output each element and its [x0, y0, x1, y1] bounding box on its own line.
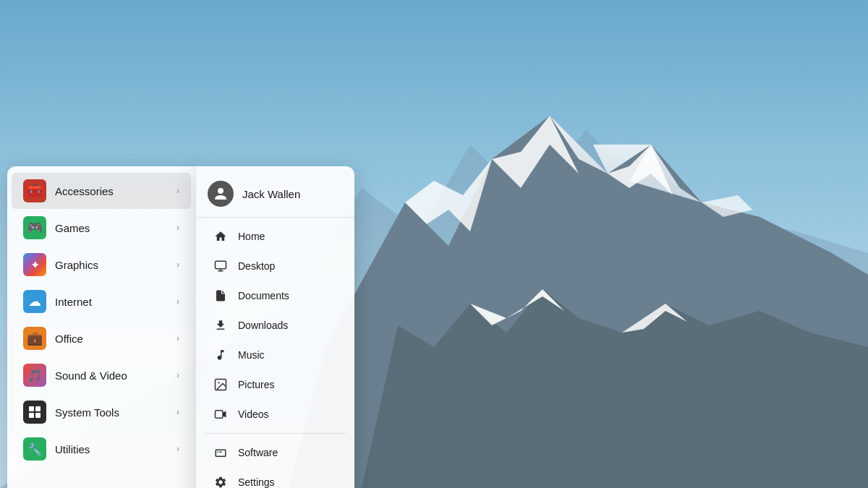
- places-panel: Jack Wallen Home Desktop: [195, 166, 354, 488]
- settings-icon: [212, 474, 229, 488]
- music-label: Music: [238, 349, 265, 361]
- category-internet[interactable]: ☁ Internet ›: [12, 283, 191, 320]
- place-pictures[interactable]: Pictures: [200, 370, 350, 399]
- desktop-label: Desktop: [238, 260, 275, 272]
- sound-video-arrow: ›: [176, 370, 179, 380]
- svg-rect-2: [35, 406, 41, 411]
- internet-arrow: ›: [176, 296, 179, 307]
- svg-point-5: [218, 188, 224, 194]
- place-music[interactable]: Music: [200, 341, 350, 369]
- graphics-icon: ✦: [23, 253, 46, 276]
- system-settings[interactable]: Settings: [200, 468, 350, 488]
- svg-rect-6: [216, 261, 226, 269]
- place-documents[interactable]: Documents: [200, 281, 350, 310]
- category-games[interactable]: 🎮 Games ›: [12, 210, 191, 246]
- category-utilities[interactable]: 🔧 Utilities ›: [12, 431, 191, 467]
- accessories-label: Accessories: [55, 185, 176, 197]
- games-arrow: ›: [176, 223, 179, 233]
- category-sound-video[interactable]: 🎵 Sound & Video ›: [12, 357, 191, 393]
- utilities-icon: 🔧: [23, 437, 46, 461]
- graphics-arrow: ›: [176, 260, 179, 270]
- software-icon: [212, 444, 229, 461]
- avatar: [208, 181, 234, 207]
- utilities-arrow: ›: [176, 444, 179, 454]
- sound-video-label: Sound & Video: [55, 369, 176, 382]
- internet-label: Internet: [55, 296, 176, 308]
- system-section: Software Settings Zorin Appearance: [196, 438, 354, 488]
- videos-icon: [212, 406, 229, 423]
- system-tools-arrow: ›: [176, 407, 179, 417]
- category-office[interactable]: 💼 Office ›: [12, 320, 191, 356]
- category-system-tools[interactable]: System Tools ›: [12, 394, 191, 430]
- accessories-arrow: ›: [176, 186, 179, 196]
- home-label: Home: [238, 231, 265, 242]
- utilities-label: Utilities: [55, 443, 176, 455]
- svg-rect-9: [216, 411, 224, 419]
- system-tools-label: System Tools: [55, 406, 176, 419]
- app-menu: 🧰 Accessories › 🎮 Games › ✦ Graphics › ☁…: [7, 166, 354, 488]
- place-downloads[interactable]: Downloads: [200, 311, 350, 340]
- place-videos[interactable]: Videos: [200, 400, 350, 429]
- accessories-icon: 🧰: [23, 179, 46, 202]
- place-desktop[interactable]: Desktop: [200, 252, 350, 281]
- office-icon: 💼: [23, 327, 46, 350]
- category-graphics[interactable]: ✦ Graphics ›: [12, 247, 191, 283]
- system-software[interactable]: Software: [200, 438, 350, 467]
- office-label: Office: [55, 333, 176, 345]
- user-name: Jack Wallen: [242, 188, 300, 200]
- pictures-icon: [212, 376, 229, 393]
- section-divider: [205, 433, 346, 434]
- category-accessories[interactable]: 🧰 Accessories ›: [12, 173, 191, 209]
- games-label: Games: [55, 222, 176, 234]
- videos-label: Videos: [238, 408, 269, 420]
- desktop-icon: [212, 257, 229, 275]
- software-label: Software: [238, 447, 278, 458]
- internet-icon: ☁: [23, 290, 46, 313]
- svg-rect-1: [29, 406, 34, 411]
- graphics-label: Graphics: [55, 259, 176, 271]
- svg-rect-3: [29, 413, 34, 418]
- office-arrow: ›: [176, 333, 179, 343]
- downloads-icon: [212, 317, 229, 334]
- categories-panel: 🧰 Accessories › 🎮 Games › ✦ Graphics › ☁…: [7, 166, 195, 488]
- home-icon: [212, 228, 229, 245]
- music-icon: [212, 346, 229, 364]
- settings-label: Settings: [238, 476, 275, 488]
- documents-icon: [212, 287, 229, 304]
- downloads-label: Downloads: [238, 320, 288, 331]
- place-home[interactable]: Home: [200, 222, 350, 251]
- games-icon: 🎮: [23, 216, 46, 239]
- user-section: Jack Wallen: [196, 172, 354, 218]
- sound-video-icon: 🎵: [23, 364, 46, 387]
- svg-rect-4: [35, 413, 41, 418]
- system-tools-icon: [23, 401, 46, 424]
- pictures-label: Pictures: [238, 379, 275, 390]
- documents-label: Documents: [238, 290, 289, 301]
- places-section: Home Desktop Documents: [196, 222, 354, 429]
- svg-point-8: [218, 382, 219, 383]
